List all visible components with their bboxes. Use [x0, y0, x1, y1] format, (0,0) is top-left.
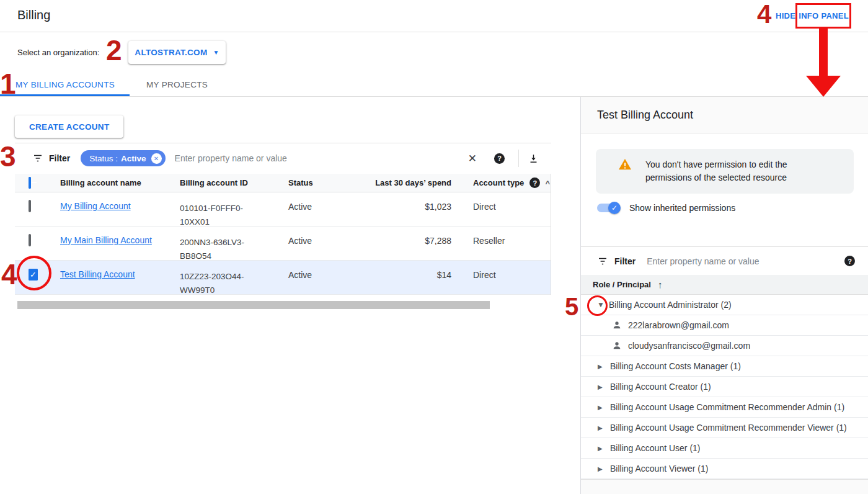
- role-row-viewer[interactable]: ▶ Billing Account Viewer (1): [581, 459, 868, 479]
- tab-my-billing-accounts[interactable]: MY BILLING ACCOUNTS: [16, 80, 115, 89]
- chevron-right-icon[interactable]: ▶: [598, 424, 604, 431]
- panel-footer-strip: [581, 479, 868, 494]
- horizontal-scrollbar[interactable]: [17, 301, 490, 309]
- info-panel-title: Test Billing Account: [581, 97, 868, 133]
- panel-filter-input[interactable]: [647, 256, 844, 266]
- chevron-right-icon[interactable]: ▶: [598, 363, 604, 370]
- filter-label: Filter: [49, 153, 70, 163]
- show-inherited-toggle[interactable]: ✓: [596, 202, 621, 214]
- select-all-checkbox[interactable]: [29, 177, 31, 189]
- sort-ascending-icon[interactable]: ↑: [658, 279, 663, 290]
- role-row-recommender-admin[interactable]: ▶ Billing Account Usage Commitment Recom…: [581, 397, 868, 418]
- table-row: My Billing Account 010101-F0FFF0- 10XX01…: [15, 192, 551, 227]
- row-checkbox[interactable]: [29, 234, 31, 246]
- chevron-right-icon[interactable]: ▶: [598, 465, 604, 472]
- role-row-recommender-viewer[interactable]: ▶ Billing Account Usage Commitment Recom…: [581, 418, 868, 438]
- table-row-selected: ✓ Test Billing Account 10ZZ23-203O44- WW…: [15, 261, 551, 295]
- column-header-id[interactable]: Billing account ID: [165, 178, 273, 187]
- filter-input[interactable]: [175, 153, 468, 163]
- account-type: Direct: [451, 269, 551, 280]
- hide-label: HIDE: [776, 11, 795, 20]
- annotation-circle-checkbox: [17, 256, 51, 290]
- tab-my-projects[interactable]: MY PROJECTS: [146, 80, 208, 89]
- chevron-right-icon[interactable]: ▶: [598, 404, 604, 411]
- annotation-box-info-panel: [795, 3, 851, 29]
- account-spend: $14: [348, 269, 451, 280]
- column-header-name[interactable]: Billing account name: [45, 178, 165, 187]
- principal-row: 222larabrown@gmail.com: [581, 315, 868, 336]
- chip-value: Active: [121, 154, 146, 163]
- person-icon: [612, 341, 622, 351]
- account-status: Active: [273, 235, 348, 246]
- filter-bar: Filter Status : Active ✕ ✕ ?: [15, 143, 551, 173]
- panel-filter-bar: Filter ?: [581, 247, 868, 275]
- table-header-row: Billing account name Billing account ID …: [15, 174, 551, 192]
- chip-field: Status :: [89, 154, 118, 163]
- billing-accounts-table: Billing account name Billing account ID …: [15, 174, 551, 295]
- toggle-label: Show inherited permissions: [629, 203, 735, 213]
- clear-filter-icon[interactable]: ✕: [468, 152, 477, 165]
- roles-header: Role / Principal ↑: [581, 275, 868, 295]
- account-spend: $1,023: [348, 201, 451, 212]
- create-account-button[interactable]: CREATE ACCOUNT: [15, 115, 123, 138]
- chevron-right-icon[interactable]: ▶: [598, 445, 604, 452]
- warning-text: You don't have permission to edit the pe…: [645, 158, 829, 184]
- annotation-number-4-row: 4: [1, 260, 17, 289]
- account-id: 010101-F0FFF0- 10XX01: [165, 201, 273, 229]
- account-status: Active: [273, 201, 348, 212]
- roles-list: ▼ Billing Account Administrator (2) 222l…: [581, 295, 868, 479]
- toolbar-separator: [518, 150, 519, 167]
- column-header-status[interactable]: Status: [273, 178, 348, 187]
- column-header-type[interactable]: Account type ?: [451, 177, 551, 188]
- warning-icon: [618, 158, 632, 173]
- principal-email: 222larabrown@gmail.com: [628, 320, 729, 330]
- principal-email: cloudysanfrancisco@gmail.com: [628, 341, 750, 351]
- annotation-number-2: 2: [106, 36, 122, 65]
- account-status: Active: [273, 269, 348, 280]
- filter-icon[interactable]: [32, 153, 43, 164]
- sort-caret-partial-icon: ^: [545, 179, 550, 188]
- filter-icon[interactable]: [597, 256, 608, 267]
- role-row-creator[interactable]: ▶ Billing Account Creator (1): [581, 377, 868, 397]
- org-selector-dropdown[interactable]: ALTOSTRAT.COM ▼: [128, 41, 226, 64]
- inherited-permissions-row: ✓ Show inherited permissions: [596, 202, 735, 214]
- chip-remove-icon[interactable]: ✕: [151, 153, 162, 164]
- annotation-circle-chevron: [587, 295, 608, 316]
- top-bar: Billing HIDE INFO PANEL: [0, 0, 868, 32]
- annotation-arrow-shaft: [819, 29, 828, 77]
- account-id: 200NN3-636LV3- BB8O54: [165, 235, 273, 263]
- account-spend: $7,288: [348, 235, 451, 246]
- filter-chip-status-active[interactable]: Status : Active ✕: [81, 150, 165, 166]
- role-row-user[interactable]: ▶ Billing Account User (1): [581, 438, 868, 459]
- account-link[interactable]: My Main Billing Account: [60, 235, 152, 245]
- download-icon[interactable]: [528, 153, 539, 164]
- check-icon: ✓: [611, 204, 618, 212]
- permission-warning: You don't have permission to edit the pe…: [596, 149, 854, 194]
- role-row-costs-manager[interactable]: ▶ Billing Account Costs Manager (1): [581, 356, 868, 377]
- annotation-number-1: 1: [0, 70, 16, 98]
- org-selector-value: ALTOSTRAT.COM: [135, 48, 207, 57]
- role-row-administrator[interactable]: ▼ Billing Account Administrator (2): [581, 295, 868, 315]
- chevron-right-icon[interactable]: ▶: [598, 384, 604, 390]
- panel-filter-help-icon[interactable]: ?: [844, 256, 855, 266]
- caret-down-icon: ▼: [213, 49, 219, 56]
- annotation-number-4-top: 4: [757, 1, 771, 27]
- annotation-arrow-head: [806, 76, 841, 97]
- account-id: 10ZZ23-203O44- WW99T0: [165, 269, 273, 297]
- account-type: Reseller: [451, 235, 551, 246]
- roles-header-label: Role / Principal: [593, 280, 651, 289]
- table-row: My Main Billing Account 200NN3-636LV3- B…: [15, 227, 551, 261]
- filter-help-icon[interactable]: ?: [494, 153, 505, 164]
- row-checkbox[interactable]: [29, 200, 31, 212]
- account-type-help-icon[interactable]: ?: [529, 177, 540, 188]
- page-title: Billing: [17, 8, 50, 22]
- org-selector-label: Select an organization:: [17, 48, 99, 57]
- column-header-spend[interactable]: Last 30 days’ spend: [348, 178, 451, 187]
- account-type: Direct: [451, 201, 551, 212]
- panel-filter-label: Filter: [614, 256, 636, 266]
- account-link[interactable]: My Billing Account: [60, 201, 131, 211]
- account-link[interactable]: Test Billing Account: [60, 269, 135, 279]
- principal-row: cloudysanfrancisco@gmail.com: [581, 336, 868, 356]
- annotation-number-5: 5: [565, 294, 578, 319]
- info-panel: Test Billing Account You don't have perm…: [580, 97, 868, 494]
